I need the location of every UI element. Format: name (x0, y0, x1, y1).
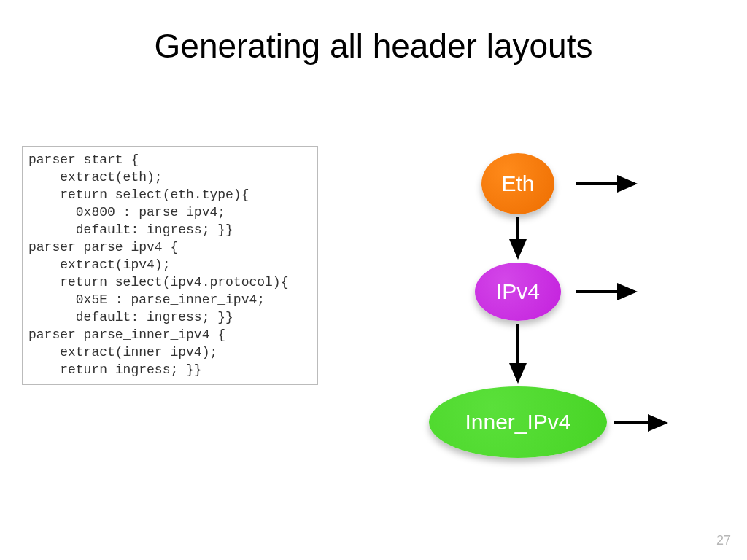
node-inner-ipv4: Inner_IPv4 (429, 386, 607, 458)
parser-code: parser start { extract(eth); return sele… (22, 146, 318, 385)
node-ipv4: IPv4 (475, 262, 561, 321)
page-number: 27 (716, 533, 731, 548)
node-eth-label: Eth (501, 171, 534, 196)
node-ipv4-label: IPv4 (496, 279, 540, 304)
node-eth: Eth (481, 153, 554, 214)
node-inner-label: Inner_IPv4 (465, 410, 570, 435)
slide-title: Generating all header layouts (0, 26, 747, 66)
